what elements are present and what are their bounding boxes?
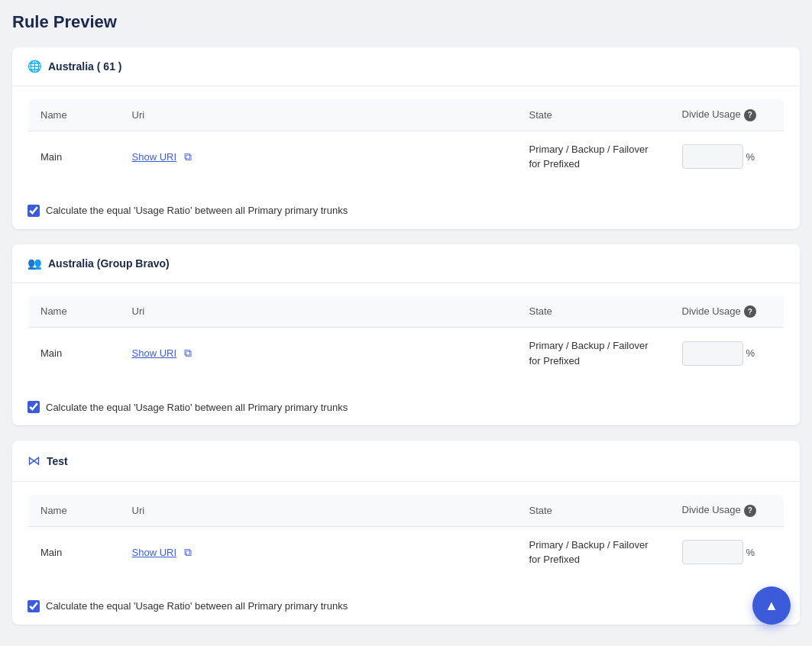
divide-input[interactable] bbox=[682, 540, 743, 564]
col-header-state: State bbox=[517, 99, 670, 131]
cell-divide: % bbox=[670, 131, 785, 182]
help-icon[interactable]: ? bbox=[744, 305, 756, 318]
cell-state: Primary / Backup / Failoverfor Prefixed bbox=[517, 526, 670, 578]
divide-input[interactable] bbox=[682, 144, 743, 169]
section-header-label: Australia (Group Bravo) bbox=[48, 257, 170, 270]
col-header-name: Name bbox=[28, 99, 120, 131]
copy-icon[interactable]: ⧉ bbox=[184, 546, 192, 559]
col-header-uri: Uri bbox=[120, 296, 517, 328]
checkbox-row: Calculate the equal 'Usage Ratio' betwee… bbox=[12, 392, 800, 425]
table-wrapper: NameUriState Divide Usage? Main Show URI… bbox=[12, 482, 800, 591]
state-text: Primary / Backup / Failoverfor Prefixed bbox=[529, 340, 649, 367]
col-header-state: State bbox=[517, 296, 670, 328]
col-header-uri: Uri bbox=[120, 99, 517, 131]
section-icon-group: 👥 bbox=[27, 257, 42, 270]
cell-uri: Show URI ⧉ bbox=[120, 131, 517, 182]
checkbox-row: Calculate the equal 'Usage Ratio' betwee… bbox=[12, 195, 800, 229]
table-header-row: NameUriState Divide Usage? bbox=[28, 296, 785, 328]
section-header-australia-group-bravo: 👥 Australia (Group Bravo) bbox=[12, 244, 800, 283]
divide-input[interactable] bbox=[682, 341, 743, 366]
col-header-uri: Uri bbox=[120, 495, 517, 527]
section-header-label: Australia ( 61 ) bbox=[48, 60, 121, 73]
col-header-name: Name bbox=[28, 296, 120, 328]
fab-icon: ▲ bbox=[765, 598, 778, 614]
table-wrapper: NameUriState Divide Usage? Main Show URI… bbox=[12, 283, 800, 392]
checkbox-label: Calculate the equal 'Usage Ratio' betwee… bbox=[46, 402, 348, 413]
col-header-divide: Divide Usage? bbox=[670, 495, 785, 527]
checkbox-label: Calculate the equal 'Usage Ratio' betwee… bbox=[46, 600, 348, 612]
copy-icon[interactable]: ⧉ bbox=[184, 150, 192, 163]
percent-sign: % bbox=[746, 547, 755, 558]
help-icon[interactable]: ? bbox=[744, 505, 756, 517]
state-text: Primary / Backup / Failoverfor Prefixed bbox=[529, 539, 649, 566]
page-container: Rule Preview 🌐 Australia ( 61 ) NameUriS… bbox=[0, 0, 812, 646]
section-icon-globe: 🌐 bbox=[27, 60, 42, 73]
section-card-australia-group-bravo: 👥 Australia (Group Bravo) NameUriState D… bbox=[12, 244, 800, 426]
copy-icon[interactable]: ⧉ bbox=[184, 347, 192, 360]
checkbox-row: Calculate the equal 'Usage Ratio' betwee… bbox=[12, 591, 800, 625]
cell-uri: Show URI ⧉ bbox=[120, 328, 517, 380]
section-header-label: Test bbox=[47, 455, 68, 467]
percent-sign: % bbox=[746, 347, 755, 359]
cell-state: Primary / Backup / Failoverfor Prefixed bbox=[517, 131, 670, 182]
section-header-test: ⋈ Test bbox=[12, 441, 800, 482]
section-icon-branch: ⋈ bbox=[27, 453, 40, 469]
data-table: NameUriState Divide Usage? Main Show URI… bbox=[27, 494, 785, 579]
col-header-state: State bbox=[517, 495, 670, 527]
page-title: Rule Preview bbox=[12, 12, 800, 32]
col-header-name: Name bbox=[28, 495, 120, 527]
section-card-australia-61: 🌐 Australia ( 61 ) NameUriState Divide U… bbox=[12, 47, 800, 229]
table-row: Main Show URI ⧉ Primary / Backup / Failo… bbox=[28, 131, 785, 182]
cell-state: Primary / Backup / Failoverfor Prefixed bbox=[517, 328, 670, 380]
usage-ratio-checkbox[interactable] bbox=[27, 600, 40, 612]
show-uri-link[interactable]: Show URI bbox=[132, 151, 177, 163]
table-wrapper: NameUriState Divide Usage? Main Show URI… bbox=[12, 86, 800, 195]
divide-input-wrap: % bbox=[682, 341, 772, 366]
percent-sign: % bbox=[746, 151, 755, 163]
data-table: NameUriState Divide Usage? Main Show URI… bbox=[27, 99, 785, 183]
help-icon[interactable]: ? bbox=[744, 109, 756, 121]
table-row: Main Show URI ⧉ Primary / Backup / Failo… bbox=[28, 526, 785, 578]
show-uri-link[interactable]: Show URI bbox=[132, 547, 177, 558]
checkbox-label: Calculate the equal 'Usage Ratio' betwee… bbox=[46, 205, 348, 216]
section-card-test: ⋈ Test NameUriState Divide Usage? Main bbox=[12, 441, 800, 625]
cell-divide: % bbox=[670, 526, 785, 578]
divide-input-wrap: % bbox=[682, 144, 772, 169]
data-table: NameUriState Divide Usage? Main Show URI… bbox=[27, 296, 785, 380]
divide-input-wrap: % bbox=[682, 540, 772, 564]
fab-button[interactable]: ▲ bbox=[752, 586, 791, 625]
cell-divide: % bbox=[670, 328, 785, 380]
cell-uri: Show URI ⧉ bbox=[120, 526, 517, 578]
col-header-divide: Divide Usage? bbox=[670, 296, 785, 328]
usage-ratio-checkbox[interactable] bbox=[27, 205, 40, 217]
show-uri-link[interactable]: Show URI bbox=[132, 347, 177, 359]
table-header-row: NameUriState Divide Usage? bbox=[28, 495, 785, 527]
cell-name: Main bbox=[28, 131, 120, 182]
col-header-divide: Divide Usage? bbox=[670, 99, 785, 131]
cell-name: Main bbox=[28, 526, 120, 578]
table-row: Main Show URI ⧉ Primary / Backup / Failo… bbox=[28, 328, 785, 380]
state-text: Primary / Backup / Failoverfor Prefixed bbox=[529, 144, 649, 170]
cell-name: Main bbox=[28, 328, 120, 380]
table-header-row: NameUriState Divide Usage? bbox=[28, 99, 785, 131]
sections-container: 🌐 Australia ( 61 ) NameUriState Divide U… bbox=[12, 47, 800, 625]
usage-ratio-checkbox[interactable] bbox=[27, 401, 40, 413]
section-header-australia-61: 🌐 Australia ( 61 ) bbox=[12, 47, 800, 86]
